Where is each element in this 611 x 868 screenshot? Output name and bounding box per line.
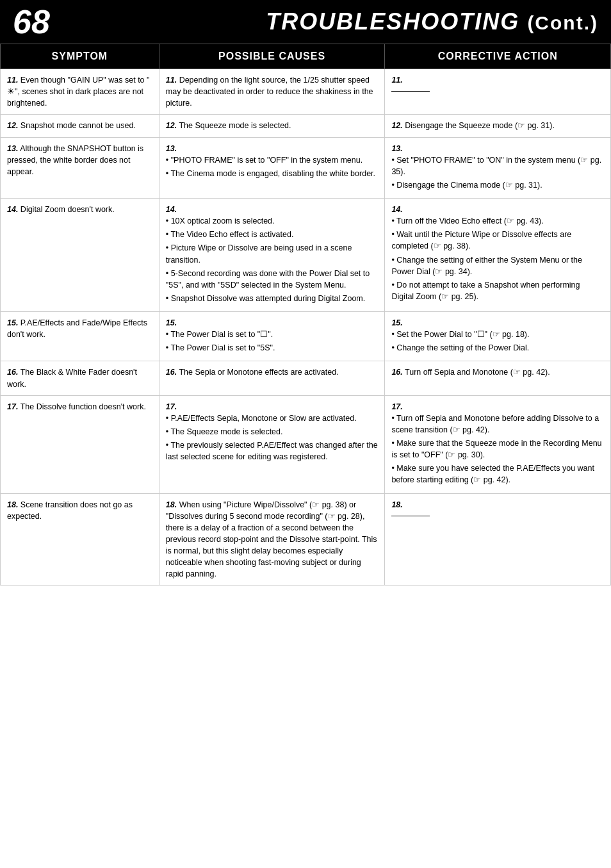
corrective-item: Do not attempt to take a Snapshot when p… xyxy=(391,279,604,302)
blank-line xyxy=(391,91,430,92)
causes-row-number: 16. xyxy=(166,368,177,377)
causes-cell: 11. Depending on the light source, the 1… xyxy=(159,69,385,115)
corrective-item: Turn off Sepia and Monotone before addin… xyxy=(391,413,604,436)
corrective-cell: 15.Set the Power Dial to "☐" (☞ pg. 18).… xyxy=(385,312,611,361)
cause-item: The Sepia or Monotone effects are activa… xyxy=(177,368,338,377)
causes-row-number: 13. xyxy=(166,144,177,153)
table-row: 14. Digital Zoom doesn't work.14.10X opt… xyxy=(1,199,611,312)
table-row: 13. Although the SNAPSHOT button is pres… xyxy=(1,137,611,199)
corrective-cell: 12. Disengage the Squeeze mode (☞ pg. 31… xyxy=(385,115,611,137)
cause-item: The Power Dial is set to "☐". xyxy=(166,329,379,340)
row-number: 11. xyxy=(7,76,18,85)
corrective-list: Set the Power Dial to "☐" (☞ pg. 18).Cha… xyxy=(391,329,604,354)
cont-text: (Cont.) xyxy=(527,12,598,33)
row-number: 13. xyxy=(7,144,18,153)
row-number: 14. xyxy=(7,205,18,214)
symptom-cell: 11. Even though "GAIN UP" was set to " ☀… xyxy=(1,69,159,115)
page-title: TROUBLESHOOTING (Cont.) xyxy=(63,8,598,35)
cause-item: When using "Picture Wipe/Dissolve" (☞ pg… xyxy=(166,500,377,579)
corrective-row-number: 13. xyxy=(391,144,402,153)
corrective-item: Change the setting of either the System … xyxy=(391,254,604,277)
cause-item: The Squeeze mode is selected. xyxy=(177,121,291,130)
corrective-header: CORRECTIVE ACTION xyxy=(385,44,611,69)
symptom-cell: 13. Although the SNAPSHOT button is pres… xyxy=(1,137,159,199)
page-header: 68 TROUBLESHOOTING (Cont.) xyxy=(0,0,611,44)
row-number: 16. xyxy=(7,368,18,377)
corrective-item: Disengage the Cinema mode (☞ pg. 31). xyxy=(391,179,604,191)
corrective-item: Change the setting of the Power Dial. xyxy=(391,342,604,354)
corrective-item: Make sure you have selected the P.AE/Eff… xyxy=(391,463,604,486)
row-number: 17. xyxy=(7,402,18,411)
symptom-cell: 18. Scene transition does not go as expe… xyxy=(1,493,159,585)
causes-cell: 14.10X optical zoom is selected.The Vide… xyxy=(159,199,385,312)
corrective-cell: 11. xyxy=(385,69,611,115)
corrective-row-number: 11. xyxy=(391,76,402,85)
page-number: 68 xyxy=(13,5,50,38)
cause-item: "PHOTO FRAME" is set to "OFF" in the sys… xyxy=(166,154,379,166)
causes-row-number: 17. xyxy=(166,402,177,411)
causes-row-number: 15. xyxy=(166,318,177,327)
causes-list: P.AE/Effects Sepia, Monotone or Slow are… xyxy=(166,413,379,463)
table-row: 15. P.AE/Effects and Fade/Wipe Effects d… xyxy=(1,312,611,361)
corrective-item: Wait until the Picture Wipe or Dissolve … xyxy=(391,229,604,252)
corrective-cell: 18. xyxy=(385,493,611,585)
corrective-cell: 13.Set "PHOTO FRAME" to "ON" in the syst… xyxy=(385,137,611,199)
causes-list: "PHOTO FRAME" is set to "OFF" in the sys… xyxy=(166,154,379,179)
causes-row-number: 12. xyxy=(166,121,177,130)
symptom-cell: 12. Snapshot mode cannot be used. xyxy=(1,115,159,137)
symptom-cell: 15. P.AE/Effects and Fade/Wipe Effects d… xyxy=(1,312,159,361)
corrective-row-number: 18. xyxy=(391,500,402,509)
cause-item: Depending on the light source, the 1/25 … xyxy=(166,76,373,108)
row-number: 12. xyxy=(7,121,18,130)
table-row: 11. Even though "GAIN UP" was set to " ☀… xyxy=(1,69,611,115)
corrective-row-number: 14. xyxy=(391,205,402,214)
causes-header: POSSIBLE CAUSES xyxy=(159,44,385,69)
cause-item: Picture Wipe or Dissolve are being used … xyxy=(166,242,379,265)
corrective-item: Set "PHOTO FRAME" to "ON" in the system … xyxy=(391,154,604,177)
main-table: SYMPTOM POSSIBLE CAUSES CORRECTIVE ACTIO… xyxy=(0,44,611,585)
causes-row-number: 18. xyxy=(166,500,177,509)
causes-cell: 13."PHOTO FRAME" is set to "OFF" in the … xyxy=(159,137,385,199)
corrective-list: Turn off Sepia and Monotone before addin… xyxy=(391,413,604,486)
cause-item: The Video Echo effect is activated. xyxy=(166,229,379,240)
corrective-row-number: 15. xyxy=(391,318,402,327)
symptom-header: SYMPTOM xyxy=(1,44,159,69)
table-row: 12. Snapshot mode cannot be used.12. The… xyxy=(1,115,611,137)
corrective-item: Turn off Sepia and Monotone (☞ pg. 42). xyxy=(403,368,550,377)
corrective-cell: 14.Turn off the Video Echo effect (☞ pg.… xyxy=(385,199,611,312)
corrective-row-number: 12. xyxy=(391,121,402,130)
corrective-item: Turn off the Video Echo effect (☞ pg. 43… xyxy=(391,215,604,227)
cause-item: The Power Dial is set to "5S". xyxy=(166,342,379,354)
corrective-item: Disengage the Squeeze mode (☞ pg. 31). xyxy=(403,121,555,130)
symptom-cell: 16. The Black & White Fader doesn't work… xyxy=(1,361,159,395)
corrective-row-number: 16. xyxy=(391,368,402,377)
cause-item: The Cinema mode is engaged, disabling th… xyxy=(166,168,379,179)
causes-list: The Power Dial is set to "☐".The Power D… xyxy=(166,329,379,354)
causes-cell: 16. The Sepia or Monotone effects are ac… xyxy=(159,361,385,395)
title-text: TROUBLESHOOTING xyxy=(266,8,519,35)
causes-cell: 15.The Power Dial is set to "☐".The Powe… xyxy=(159,312,385,361)
corrective-cell: 17.Turn off Sepia and Monotone before ad… xyxy=(385,395,611,493)
table-row: 16. The Black & White Fader doesn't work… xyxy=(1,361,611,395)
blank-line xyxy=(391,516,430,516)
causes-cell: 17.P.AE/Effects Sepia, Monotone or Slow … xyxy=(159,395,385,493)
causes-list: 10X optical zoom is selected.The Video E… xyxy=(166,215,379,304)
causes-row-number: 11. xyxy=(166,76,177,85)
cause-item: 10X optical zoom is selected. xyxy=(166,215,379,227)
table-row: 17. The Dissolve function doesn't work.1… xyxy=(1,395,611,493)
cause-item: 5-Second recording was done with the Pow… xyxy=(166,268,379,291)
cause-item: The previously selected P.AE/Effect was … xyxy=(166,439,379,463)
corrective-row-number: 17. xyxy=(391,402,402,411)
table-row: 18. Scene transition does not go as expe… xyxy=(1,493,611,585)
cause-item: The Squeeze mode is selected. xyxy=(166,426,379,438)
causes-cell: 18. When using "Picture Wipe/Dissolve" (… xyxy=(159,493,385,585)
causes-cell: 12. The Squeeze mode is selected. xyxy=(159,115,385,137)
page-wrapper: 68 TROUBLESHOOTING (Cont.) SYMPTOM POSSI… xyxy=(0,0,611,868)
symptom-cell: 14. Digital Zoom doesn't work. xyxy=(1,199,159,312)
corrective-item: Make sure that the Squeeze mode in the R… xyxy=(391,438,604,461)
row-number: 18. xyxy=(7,500,18,509)
causes-row-number: 14. xyxy=(166,205,177,214)
symptom-cell: 17. The Dissolve function doesn't work. xyxy=(1,395,159,493)
corrective-list: Set "PHOTO FRAME" to "ON" in the system … xyxy=(391,154,604,191)
cause-item: Snapshot Dissolve was attempted during D… xyxy=(166,293,379,304)
